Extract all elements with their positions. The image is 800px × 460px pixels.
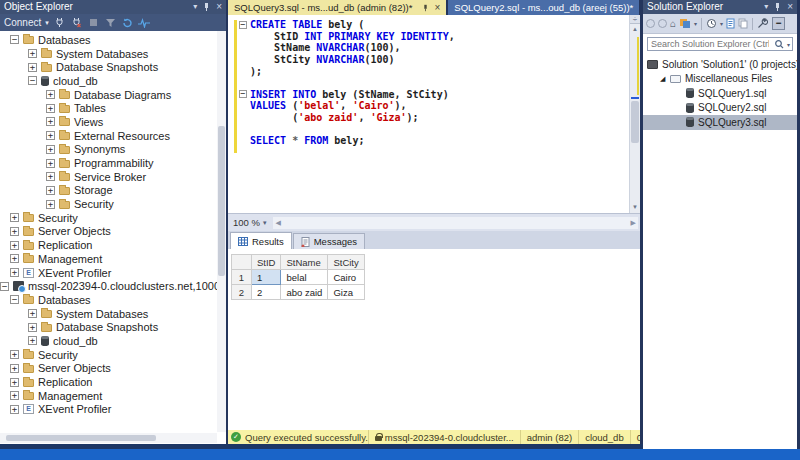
oe-tree-item[interactable]: +Server Objects: [0, 225, 217, 239]
chevron-down-icon[interactable]: ▾: [720, 20, 723, 27]
back-icon[interactable]: [646, 19, 655, 28]
grid-cell[interactable]: Cairo: [328, 270, 364, 285]
oe-tree-item[interactable]: −mssql-202394-0.cloudclusters.net,10007 …: [0, 279, 217, 293]
oe-tree-item[interactable]: +Synonyms: [0, 143, 217, 157]
collapse-all-icon[interactable]: ━: [772, 17, 785, 30]
oe-tree-item[interactable]: +Management: [0, 389, 217, 403]
forward-icon[interactable]: [658, 19, 667, 28]
close-icon[interactable]: ×: [434, 0, 440, 15]
pin-icon[interactable]: [773, 2, 782, 12]
oe-tree-item[interactable]: +EXEvent Profiler: [0, 403, 217, 417]
oe-tree-item[interactable]: +Database Diagrams: [0, 88, 217, 102]
oe-tree-item[interactable]: +External Resources: [0, 129, 217, 143]
grid-cell[interactable]: abo zaid: [281, 285, 328, 300]
collapse-icon[interactable]: −: [0, 282, 9, 291]
filter-icon[interactable]: [104, 16, 117, 29]
tab-results[interactable]: Results: [230, 232, 292, 249]
tab-messages[interactable]: Messages: [293, 233, 365, 249]
pending-changes-icon[interactable]: [706, 18, 717, 29]
show-all-files-icon[interactable]: [726, 18, 735, 29]
oe-tree-item[interactable]: −cloud_db: [0, 74, 217, 88]
grid-corner-cell[interactable]: [232, 255, 252, 270]
oe-tree-item[interactable]: +EXEvent Profiler: [0, 266, 217, 280]
results-grid[interactable]: StIDStNameStCity11belalCairo22abo zaidGi…: [231, 254, 365, 300]
sync-with-active-document-icon[interactable]: [679, 18, 691, 29]
oe-tree-item[interactable]: +System Databases: [0, 47, 217, 61]
oe-tree-item[interactable]: +Management: [0, 252, 217, 266]
expand-icon[interactable]: +: [10, 227, 19, 236]
fold-collapse-icon[interactable]: −: [239, 21, 247, 29]
object-explorer-vertical-scrollbar[interactable]: [217, 31, 226, 432]
oe-tree-item[interactable]: +Replication: [0, 375, 217, 389]
oe-tree-item[interactable]: −Databases: [0, 293, 217, 307]
oe-tree-item[interactable]: +Database Snapshots: [0, 320, 217, 334]
pin-icon[interactable]: [422, 4, 429, 12]
copy-icon[interactable]: [738, 18, 748, 29]
grid-column-header[interactable]: StCity: [328, 255, 364, 270]
grid-row-header[interactable]: 2: [232, 285, 252, 300]
collapse-icon[interactable]: −: [10, 295, 19, 304]
oe-tree-item[interactable]: +Tables: [0, 101, 217, 115]
search-icon[interactable]: [774, 39, 785, 50]
editor-vertical-scrollbar[interactable]: ÷ ▲ ▼: [629, 15, 640, 213]
oe-tree-item[interactable]: +Replication: [0, 238, 217, 252]
grid-cell[interactable]: 2: [252, 285, 281, 300]
document-tab[interactable]: SQLQuery3.sql - ms...ud_db (admin (82))*…: [228, 0, 446, 15]
search-input[interactable]: [648, 39, 772, 49]
expand-icon[interactable]: +: [10, 391, 19, 400]
expand-icon[interactable]: +: [28, 309, 37, 318]
grid-cell[interactable]: belal: [281, 270, 328, 285]
expand-icon[interactable]: +: [10, 350, 19, 359]
connect-button[interactable]: Connect: [4, 17, 41, 28]
scroll-down-icon[interactable]: ▼: [630, 204, 640, 210]
activity-monitor-icon[interactable]: [138, 16, 151, 29]
grid-row[interactable]: 22abo zaidGiza: [232, 285, 365, 300]
disconnect-plug-icon[interactable]: [70, 16, 83, 29]
expand-icon[interactable]: +: [10, 241, 19, 250]
connect-dropdown-icon[interactable]: ▾: [45, 19, 49, 27]
se-tree-item[interactable]: SQLQuery2.sql: [643, 101, 797, 116]
scroll-left-icon[interactable]: ◀: [275, 217, 280, 229]
expand-icon[interactable]: +: [46, 172, 55, 181]
oe-tree-item[interactable]: +Views: [0, 115, 217, 129]
expand-icon[interactable]: +: [28, 63, 37, 72]
se-tree-item[interactable]: SQLQuery1.sql: [643, 86, 797, 101]
oe-tree-item[interactable]: +Security: [0, 197, 217, 211]
oe-tree-item[interactable]: +Storage: [0, 184, 217, 198]
expanded-arrow-icon[interactable]: ◢: [660, 75, 668, 83]
window-position-icon[interactable]: ▾: [193, 0, 197, 14]
expand-icon[interactable]: +: [28, 49, 37, 58]
close-icon[interactable]: ×: [787, 0, 793, 14]
grid-cell[interactable]: Giza: [328, 285, 364, 300]
se-tree-item[interactable]: Solution 'Solution1' (0 projects): [643, 57, 797, 72]
expand-icon[interactable]: +: [10, 378, 19, 387]
expand-icon[interactable]: +: [46, 186, 55, 195]
sql-editor[interactable]: −CREATE TABLE bely ( StID INT PRIMARY KE…: [228, 15, 640, 213]
expand-icon[interactable]: +: [46, 90, 55, 99]
expand-icon[interactable]: +: [46, 117, 55, 126]
expand-icon[interactable]: +: [10, 268, 19, 277]
scroll-right-icon[interactable]: ▶: [631, 217, 636, 229]
close-icon[interactable]: ×: [216, 0, 222, 14]
stop-icon[interactable]: [87, 16, 100, 29]
oe-tree-item[interactable]: +Service Broker: [0, 170, 217, 184]
oe-tree-item[interactable]: +System Databases: [0, 307, 217, 321]
connect-plug-icon[interactable]: [53, 16, 66, 29]
expand-icon[interactable]: +: [46, 159, 55, 168]
refresh-icon[interactable]: [121, 16, 134, 29]
document-tab[interactable]: SQLQuery2.sql - ms...oud_db (areej (55))…: [448, 0, 639, 15]
expand-icon[interactable]: +: [10, 254, 19, 263]
oe-tree-item[interactable]: +Database Snapshots: [0, 60, 217, 74]
grid-row[interactable]: 11belalCairo: [232, 270, 365, 285]
splitter-handle-icon[interactable]: ÷: [630, 15, 640, 24]
properties-wrench-icon[interactable]: [757, 18, 768, 29]
home-icon[interactable]: ⌂: [670, 18, 676, 30]
scroll-up-icon[interactable]: ▲: [630, 26, 640, 32]
oe-tree-item[interactable]: +Server Objects: [0, 362, 217, 376]
pin-icon[interactable]: [202, 2, 211, 12]
expand-icon[interactable]: +: [46, 131, 55, 140]
oe-tree-item[interactable]: −Databases: [0, 33, 217, 47]
chevron-down-icon[interactable]: ▾: [694, 20, 697, 27]
expand-icon[interactable]: +: [28, 323, 37, 332]
oe-tree-item[interactable]: +cloud_db: [0, 334, 217, 348]
